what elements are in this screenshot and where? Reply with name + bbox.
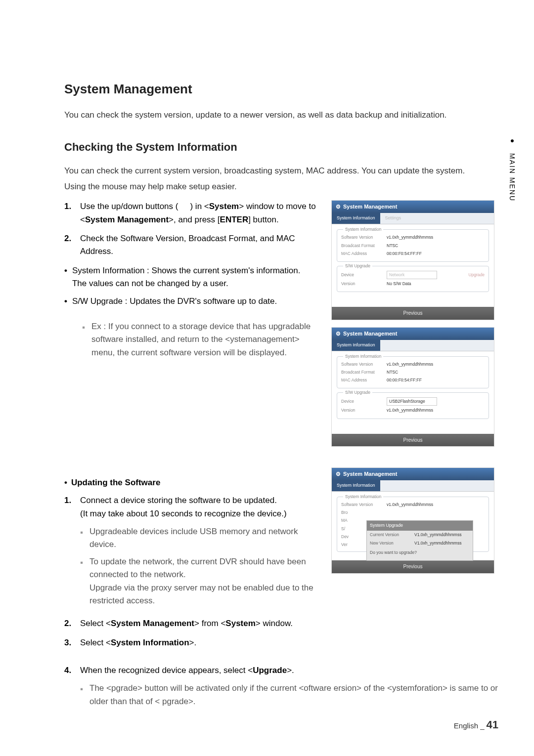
tab-settings[interactable]: Settings: [380, 213, 406, 224]
step-a-1: 1. Use the up/down buttons () in <System…: [64, 200, 317, 226]
bullet-a-2: S/W Upgrade : Updates the DVR's software…: [64, 295, 317, 308]
section-intro: You can check the system version, update…: [64, 109, 499, 122]
upgrade-button[interactable]: Upgrade: [468, 272, 485, 278]
screenshot-3: System Management System Information Sys…: [331, 467, 494, 573]
tab-system-information[interactable]: System Information: [332, 340, 380, 351]
tab-settings[interactable]: [380, 480, 390, 491]
gear-icon: [336, 203, 341, 211]
section-title: System Management: [64, 79, 499, 99]
step-b-4: 4. When the recognized device appears, s…: [64, 664, 499, 712]
screenshot-2: System Management System Information Sys…: [331, 327, 494, 447]
upgrade-dialog: System Upgrade Current VersionV1.0xh_yym…: [366, 520, 473, 560]
step-b-1: 1. Connect a device storing the software…: [64, 494, 317, 611]
step-b-2: 2. Select <System Management> from <Syst…: [64, 617, 317, 630]
example-note: Ex : If you connect to a storage device …: [82, 320, 317, 359]
device-field[interactable]: USB2FlashStorage: [387, 397, 437, 406]
updating-title: Updating the Software: [64, 476, 317, 489]
device-field[interactable]: Network: [387, 271, 437, 279]
subsection-intro-1: You can check the current system version…: [64, 165, 499, 177]
gear-icon: [336, 470, 341, 478]
page-footer: English _41: [454, 716, 498, 733]
step-b-1-note-1: Upgradeable devices include USB memory a…: [80, 525, 317, 551]
step-b-3: 3. Select <System Information>.: [64, 636, 317, 649]
step-b-4-note: The <pgrade> button will be activated on…: [80, 682, 499, 708]
previous-button[interactable]: Previous: [332, 307, 494, 320]
previous-button[interactable]: Previous: [332, 560, 494, 573]
tab-system-information[interactable]: System Information: [332, 213, 380, 224]
tab-settings[interactable]: [380, 340, 390, 351]
subsection-intro-2: Using the mouse may help make setup easi…: [64, 180, 499, 193]
gear-icon: [336, 330, 341, 338]
tab-system-information[interactable]: System Information: [332, 480, 380, 491]
side-tab: MAIN MENU: [506, 136, 517, 202]
step-a-2: 2.Check the Software Version, Broadcast …: [64, 232, 317, 258]
bullet-a-1: System Information : Shows the current s…: [64, 264, 317, 291]
subsection-title: Checking the System Information: [64, 139, 499, 156]
previous-button[interactable]: Previous: [332, 434, 494, 447]
screenshot-1: System Management System Information Set…: [331, 200, 494, 320]
step-b-1-note-2: To update the network, the current DVR s…: [80, 555, 317, 607]
